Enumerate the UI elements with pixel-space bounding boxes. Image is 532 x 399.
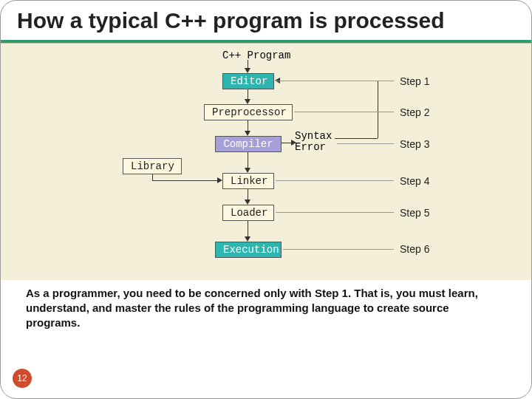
page-title: How a typical C++ program is processed — [1, 1, 531, 38]
step-line-5 — [276, 212, 394, 213]
loop-v — [378, 81, 378, 138]
step-label-2: Step 2 — [400, 106, 429, 118]
arrow-preproc-compiler — [248, 120, 248, 132]
node-syntax-error: Syntax Error — [295, 131, 332, 154]
step-label-5: Step 5 — [400, 207, 429, 219]
node-library: Library — [123, 158, 182, 174]
node-loader: Loader — [222, 205, 274, 221]
arrow-head-src-editor — [245, 68, 250, 73]
step-line-2 — [294, 112, 394, 112]
step-label-1: Step 1 — [400, 75, 429, 87]
loop-h-bottom — [335, 138, 378, 139]
step-label-3: Step 3 — [400, 138, 429, 150]
arrow-head-preproc-compiler — [245, 131, 250, 136]
syntax-error-line1: Syntax — [295, 131, 332, 142]
node-editor: Editor — [222, 73, 274, 89]
slide-frame: How a typical C++ program is processed C… — [0, 0, 532, 399]
diagram-area: C++ Program Editor Preprocessor Compiler… — [1, 44, 531, 280]
node-execution: Execution — [215, 242, 282, 258]
step-line-3 — [337, 143, 394, 144]
step-label-6: Step 6 — [400, 243, 429, 255]
node-linker: Linker — [222, 173, 274, 189]
node-compiler: Compiler — [215, 136, 282, 152]
node-source-label: C++ Program — [215, 48, 298, 63]
lib-h — [152, 180, 219, 181]
syntax-error-line2: Error — [295, 142, 332, 153]
arrow-head-loader-execution — [245, 236, 250, 242]
node-preprocessor: Preprocessor — [204, 104, 293, 120]
step-line-1 — [276, 81, 394, 81]
footer-text: As a programmer, you need to be concerne… — [1, 280, 531, 331]
arrow-head-editor-preproc — [245, 99, 250, 104]
arrow-compiler-linker — [248, 152, 248, 168]
arrow-head-linker-loader — [245, 200, 250, 205]
arrow-loader-execution — [248, 221, 248, 237]
arrow-head-lib-linker — [217, 177, 222, 183]
step-label-4: Step 4 — [400, 175, 429, 187]
lib-v — [152, 174, 153, 180]
arrow-head-compiler-linker — [245, 168, 250, 173]
page-number-badge: 12 — [13, 369, 32, 388]
step-line-4 — [276, 180, 394, 181]
arrow-linker-loader — [248, 189, 248, 200]
step-line-6 — [283, 249, 394, 250]
arrow-editor-preproc — [248, 89, 248, 100]
arrow-head-compiler-syntax — [291, 140, 296, 146]
